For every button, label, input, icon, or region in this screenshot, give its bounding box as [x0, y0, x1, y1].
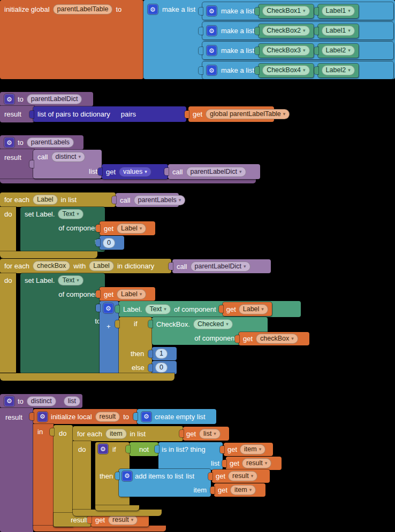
get-list-block[interactable]: get list	[183, 427, 229, 441]
set-label-text-block[interactable]: set Label. Text of component to	[20, 207, 105, 252]
property-dropdown[interactable]: Text	[58, 275, 83, 286]
if-footer[interactable]	[95, 505, 139, 511]
get-item-block[interactable]: get item	[214, 483, 265, 497]
foreach-footer[interactable]	[0, 373, 174, 381]
number-field[interactable]: 0	[155, 363, 168, 373]
key-variable-field[interactable]: checkBox	[33, 261, 70, 271]
mutator-gear-icon[interactable]: ⚙	[207, 45, 217, 56]
variable-dropdown[interactable]: list	[199, 429, 221, 439]
foreach-dict-header[interactable]: for each checkBox with Label in dictiona…	[0, 259, 171, 273]
get-label-block[interactable]: get Label	[223, 302, 272, 316]
local-variable-name-field[interactable]: result	[95, 412, 120, 422]
component-block[interactable]: Label1	[318, 4, 359, 18]
property-dropdown[interactable]: Text	[145, 304, 170, 314]
foreach-header[interactable]: for each Label in list	[0, 192, 116, 207]
blocks-canvas[interactable]: { "icons": { "gear": "⚙", "dropdown": "▾…	[0, 0, 395, 532]
component-block[interactable]: Label2	[318, 64, 359, 78]
variable-dropdown[interactable]: Label	[239, 304, 268, 314]
make-a-list-outer-block[interactable]: ⚙ make a list ⚙ make a list CheckBox1 La…	[143, 0, 395, 79]
procedure-name-field[interactable]: distinct	[27, 396, 56, 406]
foreach-footer[interactable]	[0, 251, 97, 258]
procedure-def-header[interactable]: ⚙ to parentLabelDict	[0, 92, 93, 106]
value-variable-field[interactable]: Label	[89, 261, 114, 271]
procedure-dropdown[interactable]: parentLabels	[134, 195, 186, 205]
component-dropdown[interactable]: Label2	[322, 65, 355, 75]
property-dropdown[interactable]: Text	[58, 209, 83, 219]
component-block[interactable]: Label1	[318, 24, 359, 38]
create-empty-list-block[interactable]: ⚙ create empty list	[137, 409, 216, 424]
make-a-list-row-block[interactable]: ⚙ make a list CheckBox3 Label2	[202, 42, 393, 59]
component-dropdown[interactable]: CheckBox3	[262, 45, 309, 56]
component-dropdown[interactable]: CheckBox1	[262, 6, 309, 16]
get-label-block[interactable]: get Label	[100, 221, 155, 235]
set-label-text-block[interactable]: set Label. Text of component to	[20, 273, 105, 374]
component-block[interactable]: Label2	[318, 44, 359, 58]
initialize-local-block[interactable]: ⚙ initialize local result to	[33, 409, 138, 424]
get-item-block[interactable]: get item	[224, 443, 273, 456]
procedure-dropdown[interactable]: distinct	[51, 152, 85, 162]
property-dropdown[interactable]: Checked	[193, 319, 233, 329]
variable-dropdown[interactable]: Label	[117, 289, 146, 299]
variable-dropdown[interactable]: checkBox	[256, 334, 298, 344]
component-block[interactable]: CheckBox2	[259, 24, 313, 38]
procedure-dropdown[interactable]: parentLabelDict	[191, 261, 250, 272]
make-a-list-row-block[interactable]: ⚙ make a list CheckBox4 Label2	[202, 61, 393, 79]
get-result-block[interactable]: get result	[226, 457, 282, 470]
do-result-block[interactable]	[54, 425, 73, 527]
mutator-gear-icon[interactable]: ⚙	[207, 65, 217, 75]
variable-dropdown[interactable]: global parentLabelTable	[206, 109, 290, 119]
mutator-gear-icon[interactable]: ⚙	[103, 303, 113, 313]
add-items-to-list-block[interactable]: ⚙ add items to list list item get result…	[119, 469, 211, 497]
component-dropdown[interactable]: CheckBox2	[262, 26, 309, 36]
variable-dropdown[interactable]: item	[240, 444, 265, 454]
procedure-def-header[interactable]: ⚙ to parentLabels	[0, 135, 83, 150]
component-dropdown[interactable]: Label1	[322, 26, 355, 36]
number-block[interactable]: 0	[100, 236, 124, 250]
get-result-block[interactable]: get result	[212, 469, 270, 483]
get-values-block[interactable]: get values	[102, 164, 168, 179]
component-block[interactable]: CheckBox3	[259, 44, 313, 58]
mutator-gear-icon[interactable]: ⚙	[148, 4, 158, 14]
loop-variable-field[interactable]: Label	[33, 195, 58, 205]
mutator-gear-icon[interactable]: ⚙	[37, 412, 48, 422]
list-pairs-to-dictionary-block[interactable]: list of pairs to dictionary pairs	[33, 106, 186, 122]
values-dropdown[interactable]: values	[119, 167, 151, 177]
number-block[interactable]: 0	[152, 361, 177, 374]
component-block[interactable]: CheckBox4	[259, 64, 313, 78]
call-distinct-block[interactable]: call distinct list	[33, 150, 102, 179]
number-field[interactable]: 0	[103, 238, 115, 248]
is-in-list-block[interactable]: is in list? thing list get item get resu…	[158, 442, 223, 470]
mutator-gear-icon[interactable]: ⚙	[207, 6, 217, 16]
not-block[interactable]: not	[130, 442, 158, 456]
mutator-gear-icon[interactable]: ⚙	[141, 412, 151, 422]
component-dropdown[interactable]: Label1	[322, 6, 355, 16]
mutator-gear-icon[interactable]: ⚙	[4, 137, 14, 148]
variable-dropdown[interactable]: item	[230, 485, 256, 495]
procedure-def-body[interactable]	[0, 408, 33, 532]
init-local-spine[interactable]	[33, 424, 54, 526]
make-a-list-row-block[interactable]: ⚙ make a list CheckBox1 Label1	[202, 2, 393, 20]
mutator-gear-icon[interactable]: ⚙	[207, 26, 217, 36]
mutator-gear-icon[interactable]: ⚙	[4, 94, 14, 104]
variable-dropdown[interactable]: result	[242, 458, 271, 468]
procedure-name-field[interactable]: parentLabelDict	[27, 94, 82, 104]
number-field[interactable]: 1	[155, 349, 168, 359]
procedure-def-header[interactable]: ⚙ to distinct list	[0, 394, 82, 408]
initialize-global-block[interactable]: initialize global parentLabelTable to	[0, 0, 143, 79]
component-dropdown[interactable]: CheckBox4	[262, 65, 309, 75]
call-parentlabels-block[interactable]: call parentLabels	[116, 193, 179, 207]
global-variable-name-field[interactable]: parentLabelTable	[53, 4, 113, 14]
label-text-getter-block[interactable]: Label. Text of component get Label	[119, 301, 301, 317]
mutator-gear-icon[interactable]: ⚙	[4, 396, 14, 406]
get-label-block[interactable]: get Label	[100, 287, 155, 301]
call-parentlabeldict-block[interactable]: call parentLabelDict	[172, 259, 271, 273]
variable-dropdown[interactable]: result	[228, 471, 257, 481]
component-block[interactable]: CheckBox1	[259, 4, 313, 18]
procedure-def-bottom[interactable]	[0, 179, 256, 183]
procedure-name-field[interactable]: parentLabels	[27, 137, 74, 148]
component-dropdown[interactable]: Label2	[322, 45, 355, 56]
number-block[interactable]: 1	[152, 347, 177, 360]
variable-dropdown[interactable]: result	[108, 515, 138, 525]
get-global-block[interactable]: get global parentLabelTable	[188, 106, 274, 122]
procedure-dropdown[interactable]: parentLabelDict	[186, 167, 246, 177]
